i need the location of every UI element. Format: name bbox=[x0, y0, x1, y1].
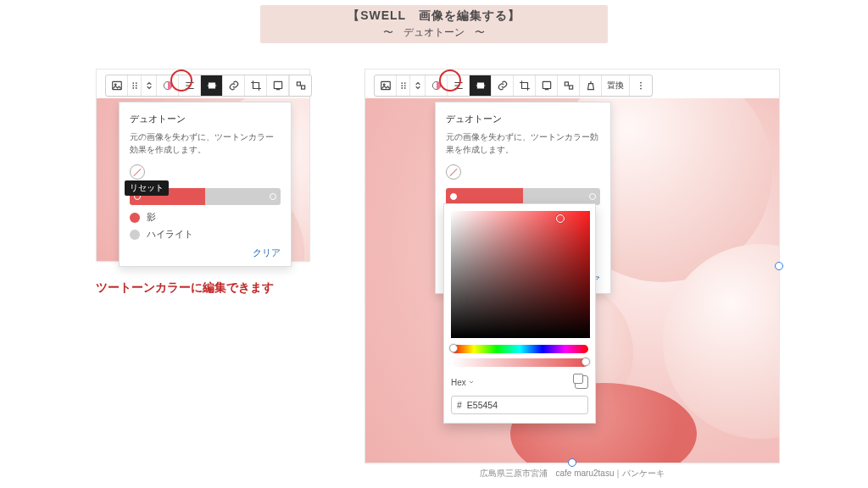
svg-point-5 bbox=[135, 85, 136, 86]
reset-duotone-button[interactable] bbox=[446, 164, 461, 180]
reset-duotone-button[interactable] bbox=[130, 164, 145, 180]
duotone-filter-button[interactable] bbox=[157, 75, 179, 96]
popover-heading: デュオトーン bbox=[446, 113, 600, 125]
drag-handle-icon[interactable] bbox=[397, 75, 410, 96]
align-button[interactable] bbox=[448, 75, 470, 96]
svg-point-19 bbox=[401, 87, 403, 89]
popover-description: 元の画像を失わずに、ツートンカラー効果を作成します。 bbox=[130, 130, 281, 156]
svg-rect-25 bbox=[569, 86, 572, 89]
hue-thumb[interactable] bbox=[449, 344, 458, 352]
popover-heading: デュオトーン bbox=[130, 113, 281, 125]
shadow-option[interactable]: 影 bbox=[130, 212, 281, 224]
hex-value: E55454 bbox=[467, 400, 498, 410]
style-button[interactable] bbox=[558, 75, 580, 96]
duotone-filter-button[interactable] bbox=[426, 75, 448, 96]
move-up-down-icon[interactable] bbox=[142, 75, 157, 96]
popover-description: 元の画像を失わずに、ツートンカラー効果を作成します。 bbox=[446, 130, 600, 156]
resize-handle-right[interactable] bbox=[775, 262, 783, 270]
wide-align-button[interactable] bbox=[470, 75, 492, 96]
brush-button[interactable] bbox=[580, 75, 602, 96]
color-picker: Hex # E55454 bbox=[443, 203, 596, 424]
svg-point-16 bbox=[403, 82, 405, 84]
link-button[interactable] bbox=[492, 75, 514, 96]
block-toolbar: 置換 bbox=[374, 75, 653, 97]
svg-rect-11 bbox=[297, 82, 300, 86]
svg-point-27 bbox=[640, 85, 642, 86]
svg-rect-23 bbox=[542, 81, 550, 88]
editor-left: デュオトーン 元の画像を失わずに、ツートンカラー効果を作成します。 リセット 影… bbox=[96, 69, 310, 262]
image-caption: 広島県三原市宮浦 cafe maru2tasu｜パンケーキ bbox=[365, 468, 779, 480]
image-block-icon[interactable] bbox=[375, 75, 397, 96]
svg-point-20 bbox=[403, 87, 405, 89]
block-toolbar bbox=[105, 75, 312, 97]
link-button[interactable] bbox=[223, 75, 245, 96]
reset-tooltip: リセット bbox=[125, 180, 169, 196]
svg-point-14 bbox=[383, 84, 385, 86]
style-button[interactable] bbox=[289, 75, 311, 96]
caption-button[interactable] bbox=[536, 75, 558, 96]
hex-input[interactable]: # E55454 bbox=[451, 396, 588, 414]
page-title-banner: 【SWELL 画像を編集する】 〜 デュオトーン 〜 bbox=[260, 5, 608, 43]
hash-prefix: # bbox=[457, 400, 462, 410]
align-button[interactable] bbox=[179, 75, 201, 96]
svg-rect-10 bbox=[274, 81, 281, 88]
clear-button[interactable]: クリア bbox=[130, 247, 281, 259]
svg-point-28 bbox=[640, 88, 642, 90]
copy-color-button[interactable] bbox=[575, 375, 588, 389]
duotone-popover: デュオトーン 元の画像を失わずに、ツートンカラー効果を作成します。 リセット 影… bbox=[119, 102, 292, 267]
resize-handle-bottom[interactable] bbox=[568, 458, 576, 467]
svg-point-15 bbox=[401, 82, 403, 84]
svg-point-3 bbox=[135, 82, 136, 84]
svg-point-18 bbox=[403, 85, 405, 86]
svg-point-6 bbox=[132, 87, 134, 89]
svg-point-26 bbox=[640, 82, 642, 84]
color-mode-select[interactable]: Hex bbox=[451, 378, 466, 387]
highlight-option[interactable]: ハイライト bbox=[130, 229, 281, 241]
svg-rect-9 bbox=[209, 83, 214, 88]
drag-handle-icon[interactable] bbox=[128, 75, 142, 96]
svg-point-17 bbox=[401, 85, 403, 86]
saturation-thumb[interactable] bbox=[556, 214, 565, 223]
annotation-text: ツートーンカラーに編集できます bbox=[96, 280, 274, 296]
svg-rect-12 bbox=[301, 86, 304, 89]
svg-point-7 bbox=[135, 87, 136, 89]
editor-right: 置換 デュオトーン 元の画像を失わずに、ツートンカラー効果を作成します。 クリア bbox=[364, 69, 780, 463]
saturation-field[interactable] bbox=[451, 211, 590, 338]
page-title-line2: 〜 デュオトーン 〜 bbox=[260, 25, 608, 40]
chevron-down-icon bbox=[468, 379, 475, 385]
duotone-gradient-bar[interactable] bbox=[446, 188, 600, 205]
move-up-down-icon[interactable] bbox=[410, 75, 426, 96]
alpha-thumb[interactable] bbox=[581, 358, 590, 366]
alpha-slider[interactable] bbox=[451, 358, 588, 367]
crop-button[interactable] bbox=[245, 75, 267, 96]
svg-rect-24 bbox=[565, 82, 568, 86]
svg-point-2 bbox=[132, 82, 134, 84]
svg-rect-22 bbox=[477, 83, 483, 88]
svg-point-4 bbox=[132, 85, 134, 86]
wide-align-button[interactable] bbox=[201, 75, 223, 96]
hue-slider[interactable] bbox=[451, 345, 588, 353]
crop-button[interactable] bbox=[514, 75, 536, 96]
image-block-icon[interactable] bbox=[106, 75, 128, 96]
page-title-line1: 【SWELL 画像を編集する】 bbox=[260, 8, 608, 24]
caption-button[interactable] bbox=[267, 75, 289, 96]
more-options-button[interactable] bbox=[630, 75, 652, 96]
svg-point-1 bbox=[114, 84, 116, 86]
replace-button[interactable]: 置換 bbox=[602, 75, 630, 96]
